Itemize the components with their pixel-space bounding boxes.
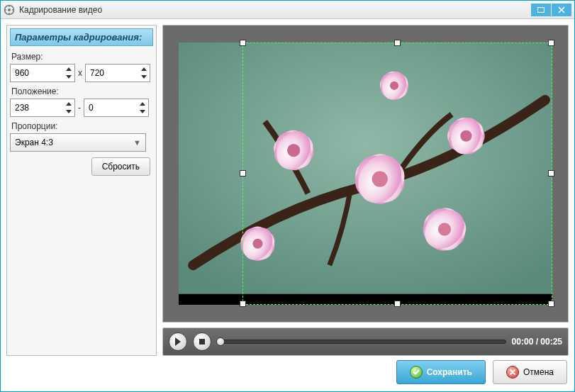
save-button-label: Сохранить <box>427 367 472 377</box>
play-icon <box>174 337 182 346</box>
close-button[interactable] <box>552 4 571 16</box>
svg-rect-6 <box>538 7 545 12</box>
pos-y-down-button[interactable] <box>138 108 147 116</box>
seek-thumb[interactable] <box>216 337 225 346</box>
svg-point-2 <box>9 6 10 7</box>
svg-rect-44 <box>199 339 205 345</box>
size-row: x <box>10 64 153 82</box>
size-label: Размер: <box>11 52 152 62</box>
crop-dialog: Кадрирование видео Параметры кадрировани… <box>0 0 575 392</box>
height-down-button[interactable] <box>139 73 149 81</box>
time-display: 00:00 / 00:25 <box>512 337 562 347</box>
panel-header: Параметры кадрирования: <box>10 28 153 46</box>
chevron-down-icon: ▼ <box>133 138 141 147</box>
video-preview[interactable] <box>162 25 569 323</box>
cancel-button-label: Отмена <box>523 367 554 377</box>
position-separator: - <box>78 103 81 113</box>
pos-x-down-button[interactable] <box>64 108 74 116</box>
seek-track[interactable] <box>217 340 506 344</box>
aspect-value: Экран 4:3 <box>15 138 133 147</box>
width-down-button[interactable] <box>64 73 74 81</box>
reset-button-label: Сбросить <box>102 162 140 172</box>
dialog-body: Параметры кадрирования: Размер: x <box>1 19 574 391</box>
pos-x-spinner[interactable] <box>10 99 75 117</box>
params-panel: Параметры кадрирования: Размер: x <box>6 25 157 356</box>
play-button[interactable] <box>169 332 187 351</box>
window-title: Кадрирование видео <box>19 5 530 15</box>
stop-button[interactable] <box>193 332 211 351</box>
maximize-button[interactable] <box>531 4 551 16</box>
crop-handle-s[interactable] <box>394 301 401 307</box>
width-spinner[interactable] <box>10 64 75 82</box>
player-controls: 00:00 / 00:25 <box>162 327 569 356</box>
pos-y-up-button[interactable] <box>138 100 147 108</box>
crop-handle-w[interactable] <box>240 170 246 177</box>
svg-point-3 <box>9 13 10 14</box>
width-up-button[interactable] <box>64 65 74 73</box>
crop-handle-sw[interactable] <box>240 301 246 307</box>
save-button[interactable]: Сохранить <box>396 360 486 384</box>
crop-handle-ne[interactable] <box>548 40 554 46</box>
check-icon <box>410 366 423 379</box>
crop-handle-e[interactable] <box>548 170 554 177</box>
window-buttons <box>530 4 571 16</box>
pos-x-up-button[interactable] <box>64 100 74 108</box>
aspect-select[interactable]: Экран 4:3 ▼ <box>10 133 146 152</box>
height-spinner[interactable] <box>85 64 150 82</box>
preview-column: 00:00 / 00:25 <box>162 25 569 356</box>
crop-handle-nw[interactable] <box>240 40 246 46</box>
pos-y-spinner[interactable] <box>84 99 149 117</box>
main-row: Параметры кадрирования: Размер: x <box>6 25 569 356</box>
crop-handle-se[interactable] <box>548 301 554 307</box>
svg-point-5 <box>12 9 13 11</box>
height-up-button[interactable] <box>139 65 149 73</box>
crop-rectangle[interactable] <box>242 43 552 305</box>
cancel-button[interactable]: Отмена <box>493 360 567 384</box>
dialog-footer: Сохранить Отмена <box>6 360 569 386</box>
aspect-label: Пропорции: <box>11 121 152 131</box>
app-icon <box>4 4 15 16</box>
titlebar: Кадрирование видео <box>1 1 574 19</box>
crop-handle-n[interactable] <box>394 40 401 46</box>
position-row: - <box>10 99 153 117</box>
reset-button[interactable]: Сбросить <box>91 157 150 176</box>
svg-point-1 <box>8 9 11 11</box>
size-separator: x <box>78 68 82 78</box>
svg-point-4 <box>5 9 6 11</box>
stop-icon <box>199 338 206 345</box>
cancel-icon <box>506 366 519 379</box>
position-label: Положение: <box>11 86 152 96</box>
